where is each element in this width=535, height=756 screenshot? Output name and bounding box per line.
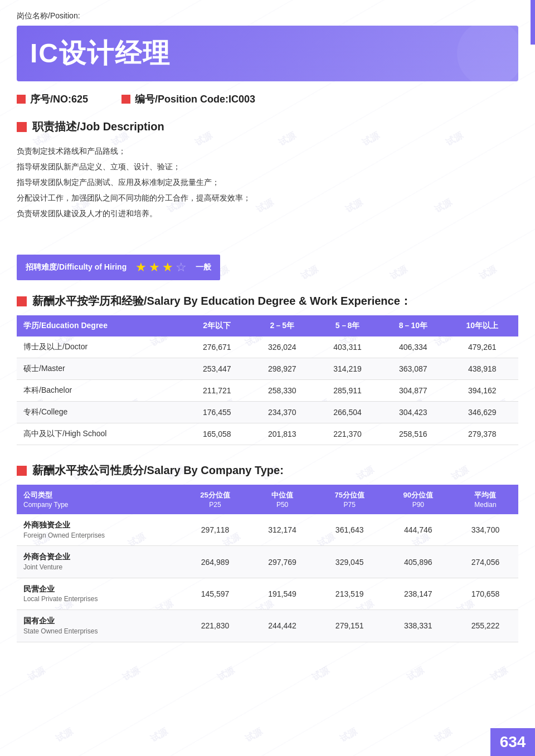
edu-degree-cell: 硕士/Master xyxy=(17,358,184,380)
table-row: 民营企业Local Private Enterprises145,597191,… xyxy=(17,578,518,609)
edu-salary-cell: 266,504 xyxy=(315,402,380,423)
edu-salary-cell: 221,370 xyxy=(315,423,380,445)
star-empty: ☆ xyxy=(176,260,187,275)
edu-degree-cell: 博士及以上/Doctor xyxy=(17,336,184,358)
company-table-header-cell: 75分位值P75 xyxy=(315,485,384,514)
salary-edu-title: 薪酬水平按学历和经验/Salary By Education Degree & … xyxy=(32,294,411,309)
edu-salary-cell: 253,447 xyxy=(184,358,250,380)
company-salary-cell: 279,151 xyxy=(315,610,384,642)
company-name-cn: 国有企业 xyxy=(23,616,176,627)
salary-company-table: 公司类型Company Type25分位值P25中位值P5075分位值P7590… xyxy=(17,485,518,642)
job-desc-item: 指导研发团队新产品定义、立项、设计、验证； xyxy=(17,159,518,174)
job-desc-item: 负责制定技术路线和产品路线； xyxy=(17,143,518,159)
company-salary-cell: 274,056 xyxy=(453,546,518,578)
code-item: 编号/Position Code:IC003 xyxy=(121,92,255,106)
company-name-en: Joint Venture xyxy=(23,563,176,572)
company-salary-cell: 213,519 xyxy=(315,578,384,609)
edu-salary-cell: 406,334 xyxy=(380,336,446,358)
edu-salary-cell: 165,058 xyxy=(184,423,250,445)
table-row: 国有企业State Owned Enterprises221,830244,44… xyxy=(17,610,518,642)
table-row: 外商合资企业Joint Venture264,989297,769329,045… xyxy=(17,546,518,578)
company-salary-cell: 334,700 xyxy=(453,514,518,546)
star-filled: ★ xyxy=(149,260,160,275)
company-salary-cell: 329,045 xyxy=(315,546,384,578)
company-type-cell: 国有企业State Owned Enterprises xyxy=(17,610,181,642)
company-salary-cell: 405,896 xyxy=(384,546,453,578)
table-row: 硕士/Master253,447298,927314,219363,087438… xyxy=(17,358,518,380)
company-name-en: Local Private Enterprises xyxy=(23,594,176,604)
company-table-header-cell: 中位值P50 xyxy=(250,485,315,514)
company-table-header-cell: 平均值Median xyxy=(453,485,518,514)
company-name-cn: 民营企业 xyxy=(23,584,176,595)
salary-company-section: 薪酬水平按公司性质分/Salary By Company Type: 公司类型C… xyxy=(17,463,518,642)
company-table-header-cell: 25分位值P25 xyxy=(181,485,249,514)
star-filled: ★ xyxy=(162,260,173,275)
page-number-box: 634 xyxy=(490,728,535,756)
company-table-header-cell: 90分位值P90 xyxy=(384,485,453,514)
edu-degree-cell: 专科/College xyxy=(17,402,184,423)
edu-salary-cell: 176,455 xyxy=(184,402,250,423)
company-type-cell: 外商独资企业Foreign Owned Enterprises xyxy=(17,514,181,546)
position-label: 岗位名称/Position: xyxy=(17,11,518,21)
edu-salary-cell: 234,370 xyxy=(250,402,315,423)
salary-company-icon xyxy=(17,466,27,476)
page-number: 634 xyxy=(500,733,526,751)
edu-table-header-row: 学历/Education Degree2年以下2－5年5－8年8－10年10年以… xyxy=(17,315,518,336)
company-salary-cell: 191,549 xyxy=(250,578,315,609)
edu-salary-cell: 279,378 xyxy=(446,423,518,445)
watermark-text: 试源 xyxy=(244,726,265,745)
edu-table-header-cell: 学历/Education Degree xyxy=(17,315,184,336)
no-text: 序号/NO:625 xyxy=(30,92,88,106)
company-name-en: Foreign Owned Enterprises xyxy=(23,531,176,540)
edu-salary-cell: 258,330 xyxy=(250,380,315,402)
salary-company-header: 薪酬水平按公司性质分/Salary By Company Type: xyxy=(17,463,518,478)
edu-salary-cell: 346,629 xyxy=(446,402,518,423)
title-banner: IC设计经理 xyxy=(17,26,518,81)
edu-table-header-cell: 2－5年 xyxy=(250,315,315,336)
job-desc-header: 职责描述/Job Description xyxy=(17,119,518,134)
edu-salary-cell: 479,261 xyxy=(446,336,518,358)
position-title: IC设计经理 xyxy=(30,36,505,71)
company-type-cell: 外商合资企业Joint Venture xyxy=(17,546,181,578)
company-salary-cell: 264,989 xyxy=(181,546,249,578)
edu-salary-cell: 304,423 xyxy=(380,402,446,423)
edu-table-header-cell: 10年以上 xyxy=(446,315,518,336)
corner-bar-top xyxy=(531,0,535,45)
no-red-square xyxy=(17,95,26,104)
difficulty-note: 一般 xyxy=(196,262,211,272)
edu-table-header-cell: 5－8年 xyxy=(315,315,380,336)
salary-education-section: 薪酬水平按学历和经验/Salary By Education Degree & … xyxy=(17,294,518,445)
company-salary-cell: 361,643 xyxy=(315,514,384,546)
watermark-text: 试源 xyxy=(149,726,170,745)
salary-company-title: 薪酬水平按公司性质分/Salary By Company Type: xyxy=(32,463,284,478)
table-row: 高中及以下/High School165,058201,813221,37025… xyxy=(17,423,518,445)
table-row: 专科/College176,455234,370266,504304,42334… xyxy=(17,402,518,423)
watermark-text: 试源 xyxy=(338,726,359,745)
job-desc-item: 负责研发团队建设及人才的引进和培养。 xyxy=(17,206,518,221)
edu-degree-cell: 高中及以下/High School xyxy=(17,423,184,445)
edu-table-header-cell: 8－10年 xyxy=(380,315,446,336)
edu-degree-cell: 本科/Bachelor xyxy=(17,380,184,402)
edu-salary-cell: 394,162 xyxy=(446,380,518,402)
stars-container: ★★★☆ xyxy=(135,260,187,275)
salary-education-table: 学历/Education Degree2年以下2－5年5－8年8－10年10年以… xyxy=(17,315,518,445)
table-row: 外商独资企业Foreign Owned Enterprises297,11831… xyxy=(17,514,518,546)
edu-salary-cell: 314,219 xyxy=(315,358,380,380)
company-type-cell: 民营企业Local Private Enterprises xyxy=(17,578,181,609)
edu-salary-cell: 258,516 xyxy=(380,423,446,445)
code-red-square xyxy=(121,95,130,104)
company-table-header-cell: 公司类型Company Type xyxy=(17,485,181,514)
job-desc-item: 分配设计工作，加强团队之间不同功能的分工合作，提高研发效率； xyxy=(17,190,518,206)
edu-salary-cell: 276,671 xyxy=(184,336,250,358)
company-salary-cell: 312,174 xyxy=(250,514,315,546)
company-salary-cell: 297,118 xyxy=(181,514,249,546)
edu-salary-cell: 211,721 xyxy=(184,380,250,402)
salary-edu-header: 薪酬水平按学历和经验/Salary By Education Degree & … xyxy=(17,294,518,309)
company-salary-cell: 338,331 xyxy=(384,610,453,642)
edu-salary-cell: 201,813 xyxy=(250,423,315,445)
company-salary-cell: 170,658 xyxy=(453,578,518,609)
job-desc-icon xyxy=(17,122,27,132)
table-row: 本科/Bachelor211,721258,330285,911304,8773… xyxy=(17,380,518,402)
edu-salary-cell: 363,087 xyxy=(380,358,446,380)
edu-table-body: 博士及以上/Doctor276,671326,024403,311406,334… xyxy=(17,336,518,445)
